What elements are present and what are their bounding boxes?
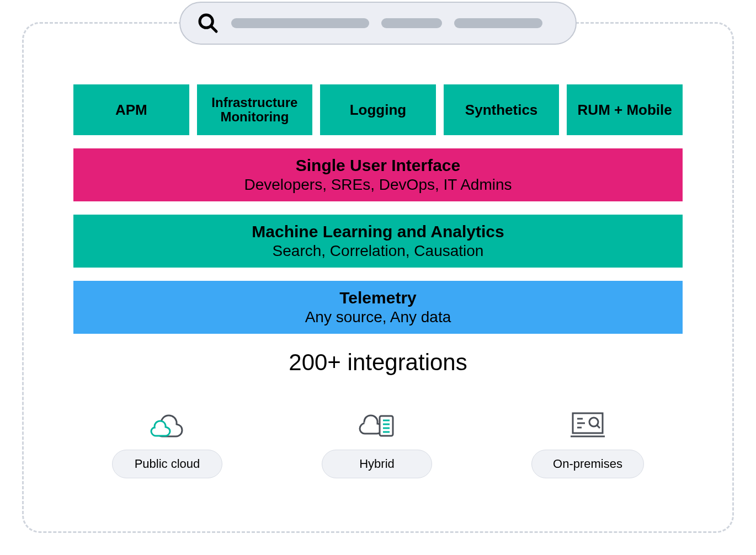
deployment-options-row: Public cloud Hybrid: [73, 409, 683, 478]
deployment-on-premises: On-premises: [531, 409, 644, 478]
search-placeholder-bar: [454, 18, 542, 28]
band-title: Machine Learning and Analytics: [84, 222, 672, 241]
cloud-icon: [148, 409, 187, 440]
svg-point-12: [589, 418, 598, 426]
band-title: Telemetry: [84, 289, 672, 307]
deployment-hybrid: Hybrid: [322, 409, 432, 478]
band-subtitle: Any source, Any data: [84, 308, 672, 326]
deployment-label: On-premises: [531, 450, 644, 478]
svg-line-1: [211, 26, 216, 31]
deployment-label: Public cloud: [112, 450, 222, 478]
onprem-icon: [568, 409, 607, 440]
band-subtitle: Developers, SREs, DevOps, IT Admins: [84, 176, 672, 194]
svg-rect-2: [380, 416, 393, 436]
band-telemetry: Telemetry Any source, Any data: [73, 281, 683, 334]
search-placeholder-bar: [381, 18, 442, 28]
deployment-public-cloud: Public cloud: [112, 409, 222, 478]
search-icon: [197, 12, 219, 34]
band-subtitle: Search, Correlation, Causation: [84, 242, 672, 260]
deployment-label: Hybrid: [322, 450, 432, 478]
architecture-diagram-frame: APM Infrastructure Monitoring Logging Sy…: [22, 22, 734, 533]
product-tiles-row: APM Infrastructure Monitoring Logging Sy…: [73, 84, 683, 135]
svg-line-13: [597, 425, 600, 428]
tile-infrastructure-monitoring: Infrastructure Monitoring: [197, 84, 313, 135]
tile-rum-mobile: RUM + Mobile: [567, 84, 683, 135]
hybrid-icon: [358, 409, 396, 440]
tile-synthetics: Synthetics: [444, 84, 560, 135]
band-single-user-interface: Single User Interface Developers, SREs, …: [73, 148, 683, 201]
search-placeholder-bar: [231, 18, 369, 28]
integrations-count-text: 200+ integrations: [289, 349, 467, 376]
search-bar[interactable]: [179, 2, 577, 45]
band-title: Single User Interface: [84, 156, 672, 175]
tile-logging: Logging: [320, 84, 436, 135]
tile-apm: APM: [73, 84, 189, 135]
band-machine-learning-analytics: Machine Learning and Analytics Search, C…: [73, 215, 683, 268]
